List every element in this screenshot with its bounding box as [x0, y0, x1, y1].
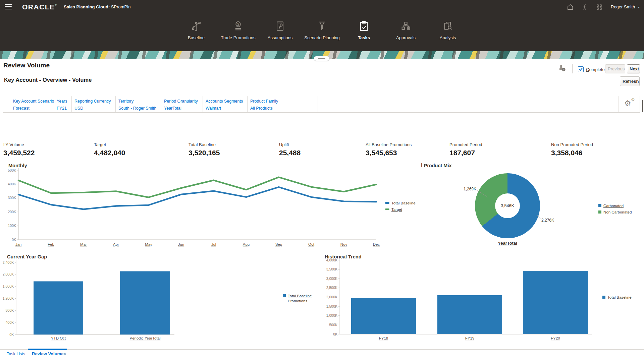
y-axis-tick-label: 3,000K: [326, 277, 337, 281]
settings-gear-icon[interactable]: ⚙⚙: [619, 96, 640, 112]
y-axis-tick-label: 1,600K: [3, 284, 14, 288]
kpi-tile: Target4,482,040: [94, 142, 125, 157]
tab-review-volume[interactable]: Review Volume: [32, 351, 63, 356]
refresh-button[interactable]: Refresh: [620, 76, 640, 86]
x-axis-label[interactable]: May: [145, 242, 152, 246]
nav-item-approvals[interactable]: Approvals: [385, 14, 427, 51]
historical-trend-chart: 0K500K1,000K1,500K2,000K2,500K3,000K3,50…: [320, 259, 599, 346]
pov-item: Product FamilyAll Products: [248, 96, 318, 112]
x-axis-label[interactable]: Periodic YearTotal: [129, 336, 160, 340]
x-axis-label[interactable]: Feb: [48, 242, 54, 246]
y-axis-tick-label: 300K: [8, 196, 16, 200]
donut-period-link[interactable]: YearTotal: [479, 241, 536, 246]
current-year-gap-legend: Total Baseline Promotions: [283, 294, 320, 305]
scrollbar-thumb[interactable]: [642, 100, 643, 112]
previous-button[interactable]: Previous: [605, 64, 625, 73]
nav-item-analysis[interactable]: Analysis: [427, 14, 469, 51]
x-axis-label[interactable]: FY19: [465, 336, 475, 340]
line-series-target[interactable]: [18, 177, 376, 197]
nav-item-label: Assumptions: [259, 35, 301, 40]
kpi-value: 25,488: [279, 149, 301, 157]
y-axis-tick-label: 1,200K: [3, 296, 14, 300]
accessibility-icon[interactable]: [581, 3, 589, 11]
pov-item-label: Key Account Scenario: [13, 99, 52, 104]
pov-bar: Key Account ScenarioForecastYearsFY21Rep…: [3, 96, 640, 113]
y-axis-tick-label: 2,500K: [326, 286, 337, 290]
nav-item-trade-promotions[interactable]: $Trade Promotions: [217, 14, 259, 51]
x-axis-label[interactable]: Sep: [275, 242, 282, 246]
svg-text:?: ?: [563, 68, 565, 71]
bar-fy19[interactable]: [437, 295, 502, 334]
x-axis-label[interactable]: FY18: [379, 336, 388, 340]
line-series-total-baseline[interactable]: [18, 187, 376, 209]
pov-item-value[interactable]: South - Roger Smith: [118, 106, 160, 111]
bar-periodic-yeartotal[interactable]: [120, 271, 170, 335]
x-axis-label[interactable]: FY20: [551, 336, 560, 340]
header-divider: [572, 64, 573, 73]
x-axis-label[interactable]: Nov: [340, 242, 347, 246]
bar-fy20[interactable]: [523, 271, 588, 334]
legend-swatch: [385, 202, 389, 204]
scenario-planning-icon: [316, 20, 328, 32]
legend-item[interactable]: Carbonated: [598, 203, 632, 208]
nav-item-tasks[interactable]: Tasks: [343, 14, 385, 51]
legend-item[interactable]: Non Carbonated: [598, 210, 632, 215]
nav-item-label: Approvals: [385, 35, 427, 40]
x-axis-label[interactable]: Jul: [211, 242, 216, 246]
close-icon[interactable]: ×: [63, 351, 66, 357]
user-menu[interactable]: Roger Smith ▾: [611, 4, 640, 9]
legend-item[interactable]: Total Baseline: [385, 201, 416, 206]
pov-item-value[interactable]: Walmart: [206, 106, 246, 111]
banner-collapse-handle[interactable]: [314, 56, 329, 61]
y-axis-tick-label: 0K: [12, 238, 16, 242]
x-axis-label[interactable]: Jan: [15, 242, 22, 246]
pov-item-value[interactable]: Forecast: [13, 106, 52, 111]
legend-swatch: [385, 208, 389, 210]
complete-checkbox[interactable]: [578, 66, 584, 72]
pov-item: YearsFY21: [54, 96, 72, 112]
baseline-icon: [190, 20, 202, 32]
y-axis-tick-label: 1,000K: [326, 313, 337, 317]
x-axis-label[interactable]: Aug: [243, 242, 250, 246]
legend-item[interactable]: Total Baseline: [602, 295, 632, 300]
x-axis-label[interactable]: YTD Oct: [51, 336, 66, 340]
bar-fy18[interactable]: [351, 298, 416, 334]
home-icon[interactable]: [566, 3, 574, 11]
analysis-icon: [442, 20, 454, 32]
legend-item[interactable]: Total Baseline Promotions: [283, 294, 320, 304]
kpi-label: Uplift: [279, 142, 301, 147]
legend-label: Total Baseline Promotions: [288, 294, 320, 304]
bar-ytd-oct[interactable]: [34, 281, 83, 335]
historical-trend-legend: Total Baseline: [602, 295, 632, 301]
kpi-tile: Total Baseline3,520,165: [189, 142, 220, 157]
nav-item-assumptions[interactable]: Assumptions: [259, 14, 301, 51]
next-button[interactable]: Next: [627, 64, 640, 73]
form-title: Key Account - Overview - Volume: [4, 77, 92, 83]
pov-item-value[interactable]: All Products: [250, 106, 316, 111]
kpi-tile: All Baseline Promotions3,545,653: [366, 142, 412, 157]
approvals-icon: [400, 20, 412, 32]
x-axis-label[interactable]: Apr: [113, 242, 119, 246]
y-axis-tick-label: 3,500K: [326, 267, 337, 271]
pov-item-value[interactable]: YearTotal: [164, 106, 201, 111]
menu-icon[interactable]: [5, 4, 12, 10]
app-name: SPromPln: [111, 4, 131, 9]
x-axis-label[interactable]: Dec: [373, 242, 380, 246]
legend-item[interactable]: Target: [385, 207, 416, 212]
apps-grid-icon[interactable]: [595, 3, 603, 11]
donut-slice-value-label: 1,269K: [446, 187, 476, 191]
nav-item-scenario-planning[interactable]: Scenario Planning: [301, 14, 343, 51]
user-name: Roger Smith: [611, 4, 635, 9]
user-guide-icon[interactable]: ?: [558, 64, 567, 72]
tab-task-lists[interactable]: Task Lists: [7, 352, 25, 356]
x-axis-label[interactable]: Mar: [80, 242, 87, 246]
kpi-tile: Promoted Period187,607: [449, 142, 482, 157]
pov-item-value[interactable]: USD: [74, 106, 114, 111]
legend-swatch: [283, 294, 286, 297]
x-axis-label[interactable]: Jun: [178, 242, 184, 246]
pov-item-value[interactable]: FY21: [57, 106, 70, 111]
kpi-label: LY Volume: [3, 142, 35, 147]
nav-item-baseline[interactable]: Baseline: [175, 14, 217, 51]
y-axis-tick-label: 0K: [9, 333, 14, 337]
x-axis-label[interactable]: Oct: [308, 242, 315, 246]
